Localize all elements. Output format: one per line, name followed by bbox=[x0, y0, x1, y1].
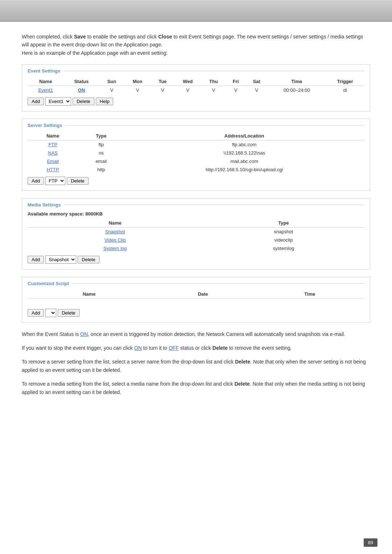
ftp-link[interactable]: FTP bbox=[48, 142, 57, 147]
server-settings-title: Server Settings bbox=[28, 123, 364, 128]
col-sun: Sun bbox=[99, 77, 124, 86]
email-type: email bbox=[78, 157, 124, 165]
nas-link[interactable]: NAS bbox=[48, 150, 58, 156]
col-sat: Sat bbox=[246, 77, 268, 86]
media-controls: Add Snapshot Delete bbox=[28, 255, 364, 264]
email-link[interactable]: Email bbox=[47, 159, 59, 164]
table-row: System log systemlog bbox=[28, 244, 364, 253]
ftp-type: ftp bbox=[78, 140, 124, 149]
media-settings-table: Name Type Snapshot snapshot Video Clip v… bbox=[28, 219, 364, 253]
table-row: NAS ns \\192.168.5.122\nas bbox=[28, 149, 364, 157]
media-delete-button[interactable]: Delete bbox=[78, 256, 99, 263]
para-4: To remove a media setting from the list,… bbox=[22, 380, 370, 396]
event-settings-box: Event Settings Name Status Sun Mon Tue W… bbox=[22, 64, 370, 111]
col-time: Time bbox=[268, 77, 326, 86]
top-bar bbox=[0, 0, 392, 22]
script-dropdown[interactable] bbox=[45, 309, 56, 317]
server-add-button[interactable]: Add bbox=[28, 177, 44, 185]
systemlog-link[interactable]: System log bbox=[103, 246, 127, 251]
nas-address: \\192.168.5.122\nas bbox=[124, 149, 364, 157]
event-add-button[interactable]: Add bbox=[28, 98, 44, 105]
media-add-button[interactable]: Add bbox=[28, 256, 44, 263]
para-1: When the Event Status is ON, once an eve… bbox=[22, 330, 370, 338]
script-col-time: Time bbox=[255, 290, 364, 299]
bottom-text-section: When the Event Status is ON, once an eve… bbox=[22, 330, 370, 396]
table-row: Snapshot snapshot bbox=[28, 227, 364, 236]
script-add-button[interactable]: Add bbox=[28, 309, 44, 317]
script-controls: Add Delete bbox=[28, 309, 364, 317]
event1-status[interactable]: ON bbox=[78, 87, 85, 93]
script-delete-button[interactable]: Delete bbox=[58, 309, 79, 317]
server-controls: Add FTP Delete bbox=[28, 177, 364, 185]
srv-col-name: Name bbox=[28, 132, 78, 140]
nas-type: ns bbox=[78, 149, 124, 157]
event-settings-title: Event Settings bbox=[28, 68, 364, 74]
server-settings-table: Name Type Address/Location FTP ftp ftp.a… bbox=[28, 132, 364, 174]
http-type: http bbox=[78, 165, 124, 174]
customized-script-title: Customized Script bbox=[28, 281, 364, 286]
media-dropdown[interactable]: Snapshot bbox=[45, 255, 76, 264]
snapshot-link[interactable]: Snapshot bbox=[105, 229, 125, 234]
server-delete-button[interactable]: Delete bbox=[67, 177, 89, 185]
table-row: Event1 ON V V V V V V V 00:00~24:00 di bbox=[28, 86, 364, 95]
customized-script-table: Name Date Time bbox=[28, 290, 364, 306]
videoclip-link[interactable]: Video Clip bbox=[105, 237, 126, 243]
col-mon: Mon bbox=[124, 77, 151, 86]
server-dropdown[interactable]: FTP bbox=[45, 177, 65, 185]
videoclip-type: videoclip bbox=[203, 236, 364, 244]
media-col-type: Type bbox=[203, 219, 364, 227]
event1-fri: V bbox=[226, 86, 245, 95]
on-link-2[interactable]: ON bbox=[134, 345, 142, 351]
para-3: To remove a server setting from the list… bbox=[22, 358, 370, 374]
media-settings-title: Media Settings bbox=[28, 202, 364, 208]
email-address: mail.abc.com bbox=[124, 157, 364, 165]
event1-mon: V bbox=[124, 86, 151, 95]
table-row: Email email mail.abc.com bbox=[28, 157, 364, 165]
srv-col-type: Type bbox=[78, 132, 124, 140]
available-memory: Available memory space: 8000KB bbox=[28, 211, 364, 217]
event-help-button[interactable]: Help bbox=[96, 98, 114, 105]
customized-script-box: Customized Script Name Date Time Add Del… bbox=[22, 277, 370, 323]
srv-col-address: Address/Location bbox=[124, 132, 364, 140]
col-tue: Tue bbox=[151, 77, 175, 86]
ftp-address: ftp.abc.com bbox=[124, 140, 364, 149]
para-2: If you want to stop the event trigger, y… bbox=[22, 344, 370, 352]
event1-sat: V bbox=[246, 86, 268, 95]
col-trigger: Trigger bbox=[326, 77, 364, 86]
event1-time: 00:00~24:00 bbox=[268, 86, 326, 95]
event-delete-button[interactable]: Delete bbox=[73, 98, 94, 105]
http-link[interactable]: HTTP bbox=[47, 167, 59, 172]
event-settings-table: Name Status Sun Mon Tue Wed Thu Fri Sat … bbox=[28, 77, 364, 94]
col-fri: Fri bbox=[226, 77, 245, 86]
col-thu: Thu bbox=[201, 77, 226, 86]
event1-link[interactable]: Event1 bbox=[38, 87, 53, 93]
event-dropdown[interactable]: Event1 bbox=[45, 97, 71, 106]
off-link-1[interactable]: OFF bbox=[169, 345, 179, 351]
page-number: 89 bbox=[364, 538, 377, 547]
script-col-name: Name bbox=[28, 290, 151, 299]
script-col-date: Date bbox=[151, 290, 255, 299]
http-address: http://192.168.5.10/cgi-bin/upload.cgi bbox=[124, 165, 364, 174]
table-row bbox=[28, 299, 364, 306]
server-settings-box: Server Settings Name Type Address/Locati… bbox=[22, 119, 370, 191]
event1-tue: V bbox=[151, 86, 175, 95]
event-controls: Add Event1 Delete Help bbox=[28, 97, 364, 106]
col-wed: Wed bbox=[174, 77, 201, 86]
media-settings-box: Media Settings Available memory space: 8… bbox=[22, 198, 370, 270]
table-row: HTTP http http://192.168.5.10/cgi-bin/up… bbox=[28, 165, 364, 174]
systemlog-type: systemlog bbox=[203, 244, 364, 253]
media-col-name: Name bbox=[28, 219, 203, 227]
snapshot-type: snapshot bbox=[203, 227, 364, 236]
col-status: Status bbox=[64, 77, 99, 86]
intro-paragraph: When completed, click Save to enable the… bbox=[22, 33, 370, 57]
event1-wed: V bbox=[174, 86, 201, 95]
table-row: FTP ftp ftp.abc.com bbox=[28, 140, 364, 149]
event1-thu: V bbox=[201, 86, 226, 95]
table-row: Video Clip videoclip bbox=[28, 236, 364, 244]
event1-sun: V bbox=[99, 86, 124, 95]
col-name: Name bbox=[28, 77, 64, 86]
event1-trigger: di bbox=[326, 86, 364, 95]
on-link-1[interactable]: ON bbox=[80, 331, 88, 337]
